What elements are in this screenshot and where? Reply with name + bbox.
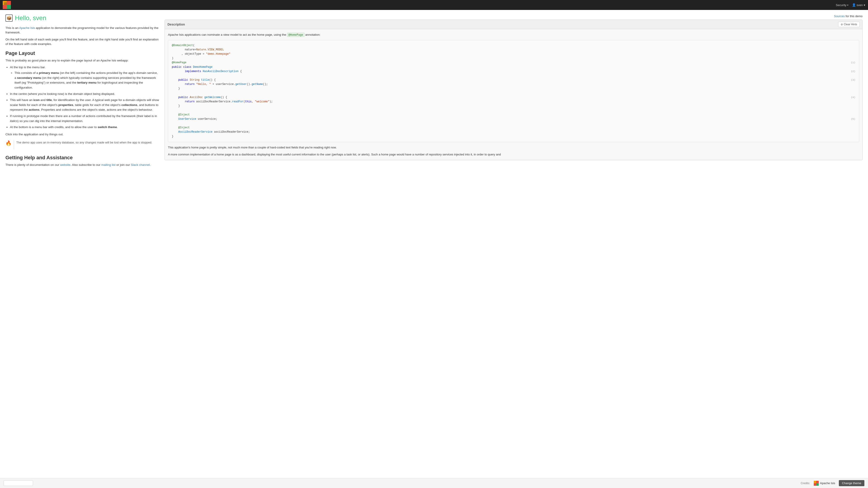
description-body: Apache Isis applications can nominate a …	[165, 29, 862, 160]
svg-rect-6	[816, 481, 819, 483]
code-block: @DomainObject( nature=Nature.VIEW_MODEL …	[168, 40, 859, 142]
click-notice: Click into the application and try thing…	[5, 132, 159, 137]
website-link[interactable]: website	[60, 163, 70, 166]
code-line	[172, 74, 855, 78]
page-layout-heading: Page Layout	[5, 51, 159, 56]
code-line: UserService userService; (5)	[172, 117, 855, 121]
desc-bottom-text-2: A more common implementation of a home p…	[168, 152, 859, 157]
code-line: }	[172, 87, 855, 91]
code-line: public String title() { (3)	[172, 78, 855, 82]
svg-rect-2	[3, 5, 7, 9]
svg-rect-3	[7, 5, 11, 9]
help-heading: Getting Help and Assistance	[5, 155, 159, 161]
sources-bar: Sources for this demo	[164, 14, 863, 18]
code-line: nature=Nature.VIEW_MODEL	[172, 48, 855, 52]
code-line: @Inject	[172, 126, 855, 130]
db-notice: 🔥 The demo app uses an in-memory databas…	[5, 139, 159, 151]
nav-user[interactable]: 👤 sven ▾	[852, 3, 865, 7]
code-line: public class DemoHomePage	[172, 65, 855, 69]
list-item: If running in prototype mode then there …	[10, 113, 159, 123]
svg-rect-5	[814, 481, 816, 483]
description-title: Description	[167, 23, 185, 26]
code-line: , objectType = "demo.Homepage"	[172, 52, 855, 56]
apache-isis-link[interactable]: Apache Isis	[19, 26, 35, 30]
homepage-annotation: @HomePage	[287, 33, 305, 37]
code-line: @HomePage (1)	[172, 61, 855, 65]
right-panel: Sources for this demo Description ⊘ Clea…	[164, 14, 863, 474]
db-notice-text: The demo app uses an in-memory database,…	[16, 140, 152, 145]
intro-line1: This is an Apache Isis application to de…	[5, 26, 159, 35]
code-line: )	[172, 56, 855, 61]
page-icon: 📦	[5, 14, 13, 22]
code-line: return asciiDocReaderService.readFor(thi…	[172, 100, 855, 104]
credits-label: Credits:	[801, 482, 810, 485]
navbar: Security ▾ 👤 sven ▾	[0, 0, 868, 10]
list-item: In the centre (where you're looking now)…	[10, 92, 159, 96]
page-header: 📦 Hello, sven	[5, 14, 159, 22]
sources-link[interactable]: Sources	[834, 14, 845, 18]
code-line: return "Hello, " + userService.getUser()…	[172, 82, 855, 87]
change-theme-button[interactable]: Change theme	[839, 480, 864, 486]
slack-link[interactable]: Slack channel	[131, 163, 150, 166]
footer: Credits: Apache Isis Change theme	[0, 478, 868, 488]
left-panel: 📦 Hello, sven This is an Apache Isis app…	[5, 14, 159, 474]
mailing-list-link[interactable]: mailing list	[101, 163, 116, 166]
list-item: At the top is the menu bar. This consist…	[10, 65, 159, 90]
svg-rect-8	[816, 483, 819, 486]
footer-right: Credits: Apache Isis Change theme	[801, 480, 864, 486]
list-item: This will have an icon and title, for id…	[10, 98, 159, 112]
footer-select-wrapper	[4, 480, 33, 486]
app-logo[interactable]	[3, 1, 11, 9]
nav-security[interactable]: Security ▾	[834, 2, 850, 8]
code-line: public AsciiDoc getWelcome() { (4)	[172, 95, 855, 100]
code-line	[172, 91, 855, 95]
code-line: @DomainObject(	[172, 43, 855, 48]
description-box: Description ⊘ Clear Hints Apache Isis ap…	[164, 20, 863, 160]
page-layout-intro: This is probably as good place as any to…	[5, 58, 159, 63]
code-line: AsciiDocReaderService asciiDocReaderServ…	[172, 130, 855, 134]
list-item: This consists of a primary menu (on the …	[14, 70, 159, 90]
svg-rect-4	[4, 2, 7, 5]
apache-isis-text: Apache Isis	[820, 482, 835, 485]
intro-line2: On the left hand side of each web page y…	[5, 37, 159, 46]
page-layout-bullets: At the top is the menu bar. This consist…	[10, 65, 159, 130]
list-item: At the bottom is a menu bar with credits…	[10, 125, 159, 130]
apache-isis-logo: Apache Isis	[814, 481, 835, 486]
code-line: }	[172, 134, 855, 139]
main-container: 📦 Hello, sven This is an Apache Isis app…	[0, 10, 868, 478]
clear-hints-button[interactable]: ⊘ Clear Hints	[838, 22, 860, 27]
code-line: @Inject	[172, 113, 855, 117]
db-separator	[14, 140, 14, 149]
navbar-right: Security ▾ 👤 sven ▾	[834, 2, 865, 8]
code-line: }	[172, 104, 855, 108]
security-caret-icon: ▾	[847, 4, 848, 6]
page-title: Hello, sven	[15, 14, 46, 22]
apache-isis-icon	[814, 481, 819, 486]
desc-intro: Apache Isis applications can nominate a …	[168, 32, 859, 37]
code-line	[172, 108, 855, 112]
svg-rect-1	[7, 1, 11, 5]
code-line: implements HasAsciiDocDescription { (2)	[172, 69, 855, 74]
sources-text: for this demo	[845, 14, 863, 18]
svg-rect-7	[814, 483, 816, 486]
user-caret-icon: ▾	[864, 3, 865, 7]
eraser-icon: ⊘	[841, 23, 843, 26]
theme-select[interactable]	[4, 480, 33, 486]
help-text: There is plenty of documentation on our …	[5, 162, 159, 167]
fire-icon: 🔥	[5, 140, 11, 146]
code-line	[172, 121, 855, 126]
desc-bottom-text-1: This application's home page is pretty s…	[168, 145, 859, 150]
description-header: Description ⊘ Clear Hints	[165, 20, 862, 29]
user-icon: 👤	[852, 3, 856, 7]
